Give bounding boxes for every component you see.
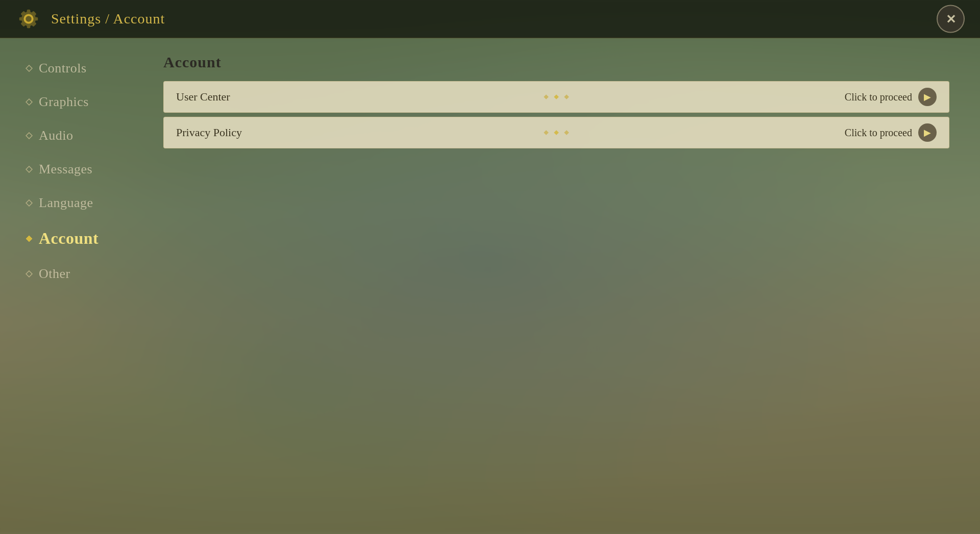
sidebar-item-graphics[interactable]: Graphics — [20, 87, 133, 117]
sidebar-language-label: Language — [39, 195, 93, 211]
deco-diamond-right — [564, 94, 570, 100]
sidebar-audio-label: Audio — [39, 128, 74, 143]
header-bar: Settings / Account ✕ — [0, 0, 980, 38]
deco-diamond2-center — [553, 130, 559, 136]
center-decoration — [543, 94, 570, 100]
svg-marker-3 — [26, 166, 32, 172]
svg-marker-9 — [564, 94, 569, 99]
svg-marker-11 — [554, 130, 559, 135]
svg-marker-6 — [26, 271, 32, 277]
diamond-icon — [26, 270, 33, 277]
privacy-policy-option[interactable]: Privacy Policy Click to proceed ▶ — [163, 117, 949, 148]
svg-marker-1 — [26, 99, 32, 105]
header-title: Settings / Account — [51, 11, 165, 27]
sidebar-messages-label: Messages — [39, 162, 92, 177]
svg-marker-2 — [26, 133, 32, 139]
privacy-policy-action: Click to proceed ▶ — [845, 123, 937, 142]
user-center-option[interactable]: User Center Click to proceed ▶ — [163, 81, 949, 113]
deco-diamond2-left — [543, 130, 549, 136]
svg-marker-4 — [26, 200, 32, 206]
sidebar-graphics-label: Graphics — [39, 94, 89, 110]
sidebar-item-messages[interactable]: Messages — [20, 155, 133, 184]
sidebar-controls-label: Controls — [39, 61, 87, 76]
diamond-icon-active — [26, 235, 33, 242]
svg-marker-0 — [26, 65, 32, 71]
svg-marker-7 — [544, 94, 549, 99]
sidebar-item-account[interactable]: Account — [20, 222, 133, 255]
diamond-icon — [26, 132, 33, 139]
svg-marker-5 — [26, 236, 32, 242]
svg-marker-12 — [564, 130, 569, 135]
svg-marker-8 — [554, 94, 559, 99]
diamond-icon — [26, 199, 33, 207]
settings-icon — [15, 6, 42, 32]
content-area: Controls Graphics Audio Messages — [0, 38, 980, 534]
center-decoration-2 — [543, 130, 570, 136]
diamond-icon — [26, 98, 33, 106]
main-panel: Account User Center Click to proceed ▶ — [143, 38, 980, 534]
sidebar-item-language[interactable]: Language — [20, 188, 133, 218]
sidebar-item-other[interactable]: Other — [20, 259, 133, 289]
diamond-icon — [26, 65, 33, 72]
deco-diamond-center — [553, 94, 559, 100]
sidebar-item-controls[interactable]: Controls — [20, 54, 133, 83]
user-center-action-label: Click to proceed — [845, 91, 912, 103]
deco-diamond2-right — [564, 130, 570, 136]
user-center-action: Click to proceed ▶ — [845, 88, 937, 106]
sidebar-item-audio[interactable]: Audio — [20, 121, 133, 150]
privacy-policy-action-label: Click to proceed — [845, 127, 912, 139]
sidebar-other-label: Other — [39, 266, 70, 282]
section-title: Account — [163, 54, 949, 71]
sidebar-account-label: Account — [39, 229, 99, 248]
privacy-policy-label: Privacy Policy — [176, 126, 845, 139]
deco-diamond-left — [543, 94, 549, 100]
user-center-label: User Center — [176, 90, 845, 104]
diamond-icon — [26, 166, 33, 173]
svg-marker-10 — [544, 130, 549, 135]
close-button[interactable]: ✕ — [937, 5, 965, 33]
privacy-policy-arrow[interactable]: ▶ — [918, 123, 937, 142]
user-center-arrow[interactable]: ▶ — [918, 88, 937, 106]
sidebar: Controls Graphics Audio Messages — [0, 38, 143, 534]
